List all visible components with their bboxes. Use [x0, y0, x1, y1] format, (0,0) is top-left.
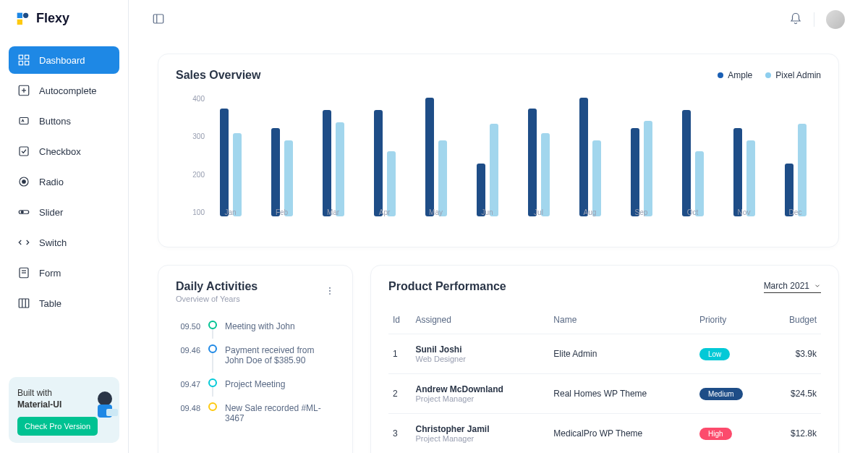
svg-rect-1	[19, 55, 22, 59]
chart-month-jul: Jul	[513, 95, 564, 216]
svg-point-25	[329, 287, 331, 288]
priority-badge: Low	[699, 348, 730, 360]
chart-month-nov: Nov	[718, 95, 770, 216]
priority-badge: Medium	[699, 388, 743, 400]
dashboard-icon	[17, 54, 30, 67]
sidebar-item-autocomplete[interactable]: Autocomplete	[9, 77, 119, 104]
chart-month-jun: Jun	[461, 95, 513, 216]
nav-label: Checkbox	[39, 146, 81, 157]
more-menu-icon[interactable]	[325, 286, 335, 298]
chart-month-apr: Apr	[359, 95, 410, 216]
sidebar-item-buttons[interactable]: Buttons	[9, 107, 119, 135]
nav-label: Radio	[39, 177, 64, 187]
daily-title: Daily Activities	[176, 280, 258, 293]
chart-month-may: May	[410, 95, 461, 216]
perf-title: Product Performance	[388, 280, 506, 293]
nav-label: Slider	[39, 207, 63, 218]
svg-point-0	[23, 13, 28, 18]
switch-icon	[17, 236, 30, 249]
sidebar-item-checkbox[interactable]: Checkbox	[9, 137, 119, 165]
col-assigned: Assigned	[412, 306, 550, 334]
user-avatar[interactable]	[826, 10, 845, 29]
svg-rect-12	[19, 211, 29, 214]
timeline-item: 09.47Project Meeting	[176, 378, 335, 402]
svg-rect-23	[153, 14, 163, 23]
priority-badge: High	[699, 428, 732, 440]
promo-line1: Built with	[17, 387, 111, 399]
notification-bell-icon[interactable]	[789, 12, 802, 27]
sales-chart: 400300200100 JanFebMarAprMayJunJulAugSep…	[176, 88, 821, 232]
svg-point-26	[329, 290, 331, 292]
table-row[interactable]: 2Andrew McDownlandProject ManagerReal Ho…	[388, 374, 821, 414]
promo-card: Built with Material-UI Check Pro Version	[9, 377, 119, 443]
col-id: Id	[388, 306, 412, 334]
logo-icon	[14, 10, 30, 26]
timeline-item: 09.46Payment received from John Doe of $…	[176, 344, 335, 378]
chevron-down-icon	[814, 282, 821, 289]
table-row[interactable]: 1Sunil JoshiWeb DesignerElite AdminLow$3…	[388, 334, 821, 374]
svg-rect-8	[20, 118, 28, 124]
chart-month-feb: Feb	[256, 95, 307, 216]
daily-subtitle: Overview of Years	[176, 295, 258, 303]
chart-month-oct: Oct	[667, 95, 718, 216]
timeline-item: 09.48New Sale recorded #ML-3467	[176, 402, 335, 436]
svg-rect-4	[25, 62, 29, 65]
logo[interactable]: Flexy	[9, 10, 119, 38]
chart-month-dec: Dec	[770, 95, 821, 216]
chart-month-jan: Jan	[205, 95, 256, 216]
sidebar-item-form[interactable]: Form	[9, 259, 119, 287]
sidebar-toggle-button[interactable]	[152, 12, 165, 27]
svg-rect-22	[106, 409, 118, 416]
svg-rect-9	[20, 147, 28, 156]
chart-month-sep: Sep	[616, 95, 667, 216]
product-performance-card: Product Performance March 2021 IdAssigne…	[370, 265, 839, 453]
col-priority: Priority	[695, 306, 769, 334]
chart-month-mar: Mar	[307, 95, 359, 216]
nav-label: Form	[39, 268, 61, 279]
divider	[814, 12, 814, 27]
svg-rect-17	[19, 299, 29, 308]
buttons-icon	[17, 114, 30, 127]
period-selector[interactable]: March 2021	[764, 281, 821, 293]
svg-rect-3	[19, 62, 22, 65]
nav-label: Dashboard	[39, 55, 85, 66]
performance-table: IdAssignedNamePriorityBudget 1Sunil Josh…	[388, 306, 821, 453]
svg-point-11	[22, 180, 26, 184]
chart-month-aug: Aug	[564, 95, 616, 216]
check-pro-button[interactable]: Check Pro Version	[17, 417, 98, 436]
svg-point-13	[21, 211, 23, 213]
nav-label: Switch	[39, 237, 67, 248]
daily-activities-card: Daily Activities Overview of Years 09.50…	[158, 265, 353, 453]
brand-name: Flexy	[36, 11, 69, 26]
sidebar: Flexy DashboardAutocompleteButtonsCheckb…	[0, 0, 129, 453]
legend-ample: Ample	[718, 70, 752, 80]
col-budget: Budget	[769, 306, 821, 334]
nav-label: Buttons	[39, 116, 71, 127]
sidebar-item-table[interactable]: Table	[9, 289, 119, 317]
form-icon	[17, 266, 30, 279]
sales-overview-card: Sales Overview Ample Pixel Admin 4003002…	[158, 54, 839, 247]
nav-label: Table	[39, 298, 61, 309]
sidebar-item-switch[interactable]: Switch	[9, 229, 119, 256]
sidebar-item-slider[interactable]: Slider	[9, 198, 119, 226]
svg-rect-2	[25, 55, 29, 59]
sales-title: Sales Overview	[176, 69, 260, 82]
timeline-item: 09.50Meeting with John	[176, 321, 335, 344]
topbar	[129, 0, 868, 39]
radio-icon	[17, 175, 30, 188]
table-row[interactable]: 3Christopher JamilProject ManagerMedical…	[388, 414, 821, 454]
slider-icon	[17, 206, 30, 219]
checkbox-icon	[17, 145, 30, 158]
autocomplete-icon	[17, 84, 30, 97]
sidebar-item-dashboard[interactable]: Dashboard	[9, 46, 119, 74]
nav-label: Autocomplete	[39, 85, 97, 96]
sidebar-item-radio[interactable]: Radio	[9, 168, 119, 195]
legend-pixel-admin: Pixel Admin	[765, 70, 821, 80]
promo-line2: Material-UI	[17, 399, 111, 410]
svg-point-27	[329, 293, 331, 295]
col-name: Name	[549, 306, 695, 334]
table-icon	[17, 297, 30, 310]
